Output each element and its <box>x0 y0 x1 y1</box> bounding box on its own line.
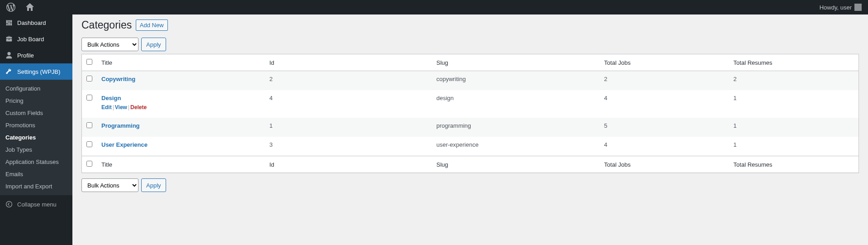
cell-jobs: 4 <box>600 137 729 156</box>
briefcase-icon <box>5 34 14 43</box>
sidebar-item-label: Dashboard <box>17 19 46 26</box>
row-actions: Edit|View|Delete <box>101 104 260 110</box>
cell-resumes: 1 <box>729 118 858 137</box>
col-total-jobs-foot[interactable]: Total Jobs <box>600 156 729 173</box>
sidebar-item-job-board[interactable]: Job Board <box>0 31 72 47</box>
cell-jobs: 2 <box>600 71 729 90</box>
row-checkbox[interactable] <box>86 76 92 82</box>
col-id[interactable]: Id <box>265 54 432 71</box>
apply-button-top[interactable]: Apply <box>141 38 166 51</box>
row-checkbox[interactable] <box>86 141 92 147</box>
table-row: Copywriting2copywriting22 <box>82 71 858 90</box>
category-title-link[interactable]: Programming <box>101 122 140 129</box>
sidebar-item-label: Profile <box>17 52 34 59</box>
admin-toolbar: Howdy, user <box>0 0 868 14</box>
user-icon <box>5 51 14 60</box>
tablenav-top: Bulk Actions Apply <box>81 38 859 51</box>
submenu-import-export[interactable]: Import and Export <box>0 180 72 192</box>
cell-jobs: 4 <box>600 90 729 118</box>
row-checkbox[interactable] <box>86 95 92 101</box>
dashboard-icon <box>5 18 14 27</box>
col-total-jobs[interactable]: Total Jobs <box>600 54 729 71</box>
table-row: User Experience3user-experience41 <box>82 137 858 156</box>
table-row: DesignEdit|View|Delete4design41 <box>82 90 858 118</box>
submenu-configuration[interactable]: Configuration <box>0 82 72 95</box>
select-all-bottom[interactable] <box>86 161 92 167</box>
collapse-label: Collapse menu <box>17 201 57 208</box>
cell-id: 4 <box>265 90 432 118</box>
col-total-resumes-foot[interactable]: Total Resumes <box>729 156 858 173</box>
view-link[interactable]: View <box>115 104 127 110</box>
cell-id: 1 <box>265 118 432 137</box>
col-slug-foot[interactable]: Slug <box>432 156 600 173</box>
wp-logo-icon[interactable] <box>4 0 18 14</box>
categories-table: Title Id Slug Total Jobs Total Resumes C… <box>81 54 859 173</box>
admin-sidebar: Dashboard Job Board Profile Settings (WP… <box>0 14 72 213</box>
cell-resumes: 1 <box>729 90 858 118</box>
col-total-resumes[interactable]: Total Resumes <box>729 54 858 71</box>
cell-resumes: 2 <box>729 71 858 90</box>
submenu-pricing[interactable]: Pricing <box>0 95 72 107</box>
submenu-categories[interactable]: Categories <box>0 131 72 144</box>
col-slug[interactable]: Slug <box>432 54 600 71</box>
category-title-link[interactable]: Copywriting <box>101 76 135 82</box>
bulk-actions-select-bottom[interactable]: Bulk Actions <box>81 178 138 192</box>
tablenav-bottom: Bulk Actions Apply <box>81 178 859 192</box>
select-all-top[interactable] <box>86 59 92 65</box>
category-title-link[interactable]: User Experience <box>101 141 148 148</box>
add-new-button[interactable]: Add New <box>136 19 168 31</box>
col-title[interactable]: Title <box>97 54 265 71</box>
submenu-custom-fields[interactable]: Custom Fields <box>0 107 72 119</box>
sidebar-submenu: Configuration Pricing Custom Fields Prom… <box>0 80 72 195</box>
page-title: Categories <box>81 19 132 31</box>
cell-id: 3 <box>265 137 432 156</box>
cell-slug: design <box>432 90 600 118</box>
user-greeting[interactable]: Howdy, user <box>817 0 864 14</box>
submenu-emails[interactable]: Emails <box>0 168 72 180</box>
delete-link[interactable]: Delete <box>130 104 147 110</box>
row-checkbox[interactable] <box>86 122 92 128</box>
edit-link[interactable]: Edit <box>101 104 112 110</box>
cell-id: 2 <box>265 71 432 90</box>
sidebar-item-label: Settings (WPJB) <box>17 68 60 75</box>
tools-icon <box>5 67 14 76</box>
submenu-job-types[interactable]: Job Types <box>0 144 72 156</box>
avatar <box>854 4 862 11</box>
submenu-application-statuses[interactable]: Application Statuses <box>0 156 72 168</box>
sidebar-item-label: Job Board <box>17 36 44 43</box>
col-id-foot[interactable]: Id <box>265 156 432 173</box>
cell-resumes: 1 <box>729 137 858 156</box>
sidebar-item-profile[interactable]: Profile <box>0 47 72 63</box>
sidebar-item-dashboard[interactable]: Dashboard <box>0 14 72 31</box>
cell-slug: programming <box>432 118 600 137</box>
cell-slug: copywriting <box>432 71 600 90</box>
table-row: Programming1programming51 <box>82 118 858 137</box>
cell-slug: user-experience <box>432 137 600 156</box>
bulk-actions-select-top[interactable]: Bulk Actions <box>81 38 138 51</box>
svg-point-0 <box>6 202 12 207</box>
sidebar-item-settings-wpjb[interactable]: Settings (WPJB) <box>0 63 72 80</box>
howdy-text: Howdy, user <box>820 4 852 11</box>
collapse-menu[interactable]: Collapse menu <box>0 195 72 213</box>
submenu-promotions[interactable]: Promotions <box>0 119 72 131</box>
apply-button-bottom[interactable]: Apply <box>141 178 166 192</box>
collapse-icon <box>5 200 14 209</box>
category-title-link[interactable]: Design <box>101 95 121 101</box>
home-icon[interactable] <box>23 0 37 14</box>
col-title-foot[interactable]: Title <box>97 156 265 173</box>
cell-jobs: 5 <box>600 118 729 137</box>
